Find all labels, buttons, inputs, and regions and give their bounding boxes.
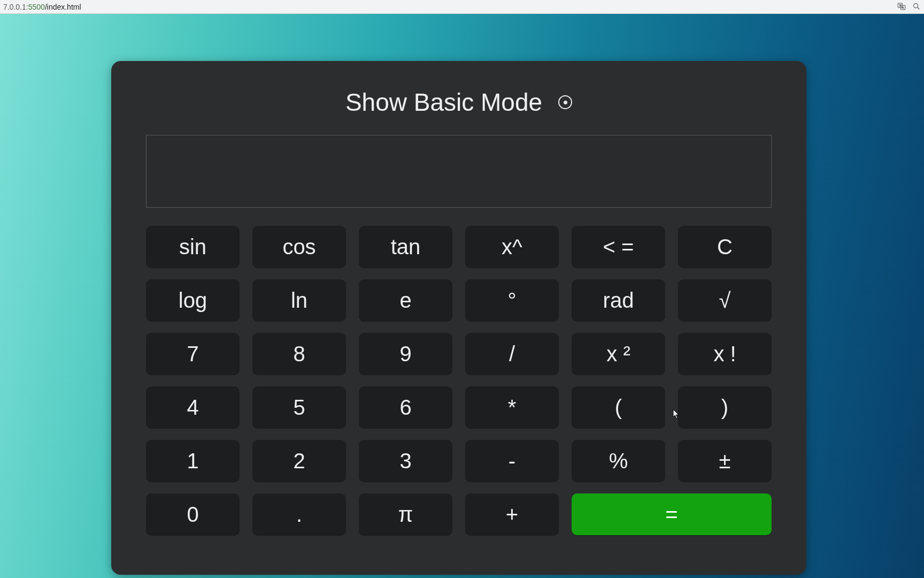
page-background: Show Basic Mode sin cos tan x^ < = C log… [0,14,924,578]
key-pi[interactable]: π [359,493,452,535]
key-5[interactable]: 5 [252,386,346,428]
key-divide[interactable]: / [465,333,559,375]
key-clear[interactable]: C [678,226,772,268]
key-rad[interactable]: rad [572,279,665,321]
key-degree[interactable]: ° [465,279,559,321]
key-open-paren[interactable]: ( [572,386,665,428]
key-close-paren[interactable]: ) [678,386,772,428]
key-sqrt[interactable]: √ [678,279,772,321]
key-plusminus[interactable]: ± [678,440,772,482]
url-readout: 7.0.0.1:5500/index.html [3,3,81,11]
key-9[interactable]: 9 [359,333,452,375]
key-decimal[interactable]: . [252,493,346,535]
calculator-keypad: sin cos tan x^ < = C log ln e ° rad √ 7 … [146,226,772,535]
key-7[interactable]: 7 [146,333,240,375]
key-plus[interactable]: + [465,493,559,535]
key-cos[interactable]: cos [252,226,346,268]
key-8[interactable]: 8 [252,333,346,375]
key-ln[interactable]: ln [252,279,346,321]
key-equals[interactable]: = [572,493,772,535]
browser-address-bar: 7.0.0.1:5500/index.html [0,0,924,14]
svg-point-2 [914,3,918,7]
key-percent[interactable]: % [572,440,665,482]
key-multiply[interactable]: * [465,386,559,428]
mode-toggle-icon[interactable] [558,95,572,109]
url-path: /index.html [45,3,81,11]
key-square[interactable]: x ² [572,333,665,375]
key-1[interactable]: 1 [146,440,240,482]
url-host: 7.0.0.1 [3,3,26,11]
mode-toggle-row: Show Basic Mode [142,83,775,121]
key-backspace[interactable]: < = [572,226,665,268]
key-6[interactable]: 6 [359,386,452,428]
zoom-icon[interactable] [912,2,921,12]
key-tan[interactable]: tan [359,226,452,268]
calculator-card: Show Basic Mode sin cos tan x^ < = C log… [111,61,806,575]
key-minus[interactable]: - [465,440,559,482]
calculator-display[interactable] [146,135,772,208]
translate-icon[interactable] [897,2,906,12]
key-log[interactable]: log [146,279,240,321]
key-3[interactable]: 3 [359,440,452,482]
key-2[interactable]: 2 [252,440,346,482]
key-factorial[interactable]: x ! [678,333,772,375]
browser-right-icons [897,2,921,12]
key-power[interactable]: x^ [465,226,559,268]
key-0[interactable]: 0 [146,493,240,535]
url-port: :5500 [26,3,45,11]
key-4[interactable]: 4 [146,386,240,428]
key-e[interactable]: e [359,279,452,321]
key-sin[interactable]: sin [146,226,240,268]
mode-toggle-label[interactable]: Show Basic Mode [345,88,542,117]
